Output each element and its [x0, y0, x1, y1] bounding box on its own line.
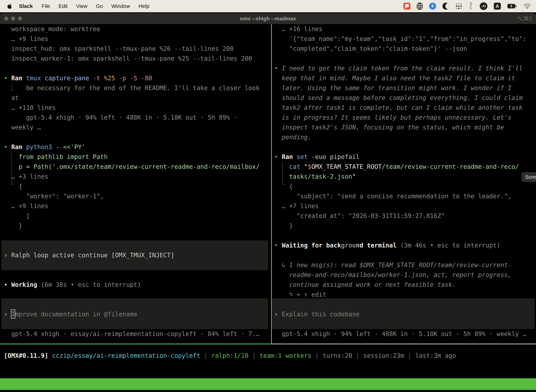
menu-item-file[interactable]: File: [37, 3, 54, 9]
text-run: {: [274, 183, 293, 190]
text-run: later. Using the same for transition mig…: [274, 84, 512, 92]
wifi-icon[interactable]: [523, 3, 531, 9]
text-run: |: [356, 352, 363, 359]
crescent-icon[interactable]: [442, 3, 450, 10]
text-run: |: [252, 352, 259, 359]
terminal-line: {: [272, 182, 536, 191]
terminal-line: '{"team_name":"my-team","task_id":"1","f…: [272, 34, 536, 44]
terminal-line: later. Using the same for transition mig…: [272, 83, 536, 93]
tmux-status-bar: [omx-cczip0:bash* "MacBook-Pro-44.local"…: [0, 378, 536, 390]
terminal-line: › Explain this codebase: [272, 309, 536, 319]
text-run: I need to get the claim token from the c…: [282, 65, 523, 72]
text-run: •: [274, 153, 282, 160]
terminal-line: "created_at": "2026-03-31T11:59:27.816Z": [272, 211, 536, 221]
terminal-line: • I need to get the claim token from the…: [272, 63, 536, 73]
text-run: team:1 workers: [259, 352, 315, 359]
window-shortcut-badge: ⌥⌘1: [517, 13, 532, 24]
terminal-line: › Improve documentation in @filename: [1, 309, 271, 319]
menu-item-help[interactable]: Help: [134, 3, 154, 9]
omx-status-line: [OMX#0.11.9] cczip/essay/ai-reimplementa…: [1, 351, 456, 361]
terminal-line: [272, 250, 536, 260]
text-run: Working: [11, 281, 41, 288]
terminal-line: … +9 lines: [1, 201, 271, 211]
battery-icon[interactable]: [507, 4, 517, 9]
right-terminal-pane[interactable]: … +16 lines '{"team_name":"my-team","tas…: [272, 24, 536, 344]
text-run: … +7 lines: [274, 202, 319, 210]
text-run: gpt-5.4 xhigh · essay/ai-reimplementatio…: [4, 330, 259, 337]
terminal-line: "completed","claim_token":"claim-token"}…: [272, 44, 536, 54]
text-run: turns:20: [322, 352, 356, 359]
text-run: "worker": "worker-1",: [4, 193, 104, 200]
terminal-line: gpt-5.4 xhigh · 94% left · 488K in · 5.1…: [1, 112, 271, 122]
dots-grid-icon[interactable]: [456, 3, 462, 9]
text-run: p = Path('.omx/state/team/review-current…: [4, 163, 259, 170]
shield-grid-icon[interactable]: [417, 3, 423, 10]
window-title-bar[interactable]: omx --xhigh --madmax ⌥⌘1: [0, 13, 536, 24]
menu-app-name[interactable]: Slack: [14, 3, 37, 9]
active-pane-border: [0, 344, 272, 344]
chat-app-icon[interactable]: [403, 3, 411, 10]
text-run: continue assigned work or next feasible …: [274, 281, 456, 288]
text-run: cat: [274, 163, 304, 170]
terminal-line: … +7 lines: [272, 201, 536, 211]
text-run: inspect_hud: omx sparkshell --tmux-pane …: [4, 45, 234, 52]
text-run: inspect task2's JSON, focusing on the st…: [274, 124, 504, 131]
text-run: ›: [4, 311, 11, 318]
pane-divider[interactable]: [271, 24, 272, 344]
blue-bolt-badge-icon[interactable]: [429, 3, 436, 10]
text-run: /team/review-current-readme-and-reco/: [382, 163, 519, 170]
text-run: gpt-5.4 xhigh · 94% left · 488K in · 5.1…: [274, 330, 526, 337]
text-run: n: [356, 242, 360, 249]
menu-item-window[interactable]: Window: [107, 3, 134, 9]
text-run: grou: [341, 242, 356, 249]
terminal-line: [272, 319, 536, 329]
text-run: mprove documentation in @filename: [15, 311, 137, 318]
keyboard-layout-icon[interactable]: A: [494, 3, 501, 10]
apple-menu-icon[interactable]: [6, 3, 14, 9]
terminal-line: workspace_mode: worktree: [1, 24, 271, 34]
terminal-line: cat "$OMX_TEAM_STATE_ROOT/team/review-cu…: [272, 162, 536, 172]
terminal-line: [1, 319, 271, 329]
terminal-line: • Ran set -euo pipefail: [272, 152, 536, 162]
text-run: capture-pane: [45, 75, 93, 82]
terminal-line: gpt-5.4 xhigh · 94% left · 488K in · 5.1…: [272, 329, 536, 339]
macos-menu-bar: Slack File Edit View Go Window Help: [0, 0, 536, 12]
menu-item-view[interactable]: View: [72, 3, 91, 9]
text-run: set: [297, 153, 311, 160]
terminal-line: [1, 63, 271, 73]
terminal-line: [272, 54, 536, 63]
terminal-line: … +9 lines: [1, 34, 271, 44]
terminal-line: be necessary for the end of the README. …: [1, 83, 271, 93]
battery-percent-icon[interactable]: ..61: [480, 2, 488, 10]
text-run: python3: [26, 144, 56, 150]
terminal-line: • Waiting for background terminal (3m 46…: [272, 240, 536, 250]
terminal-line: }: [272, 221, 536, 231]
left-terminal-pane[interactable]: workspace_mode: worktree … +9 lines insp…: [1, 24, 271, 344]
text-run: •: [274, 242, 282, 249]
text-run: "completed","claim_token":"claim-token"}…: [274, 45, 467, 52]
menu-item-go[interactable]: Go: [92, 3, 107, 9]
terminal-line: continue assigned work or next feasible …: [272, 280, 536, 289]
text-run: be necessary for the end of the README. …: [4, 84, 259, 92]
terminal-line: task2 after task1 is complete, but can I…: [272, 103, 536, 112]
text-run: is in progress? It seems likely but perh…: [274, 114, 512, 121]
text-run: Ralph loop active continue [OMX_TMUX_INJ…: [11, 252, 174, 259]
inactive-pane-border: [272, 344, 536, 344]
terminal-line: gpt-5.4 xhigh · essay/ai-reimplementatio…: [1, 329, 271, 339]
terminal-line: ]: [1, 211, 271, 221]
text-run: Waiting for back: [282, 242, 341, 249]
text-run: … +3 lines: [4, 173, 48, 180]
menu-item-edit[interactable]: Edit: [54, 3, 72, 9]
terminal-line: ⌥ + ↑ edit: [272, 289, 536, 299]
text-run: ↳ 1 new msg(s): read $OMX_TEAM_STATE_ROO…: [274, 261, 512, 269]
terminal-line: ↳ 1 new msg(s): read $OMX_TEAM_STATE_ROO…: [272, 260, 536, 270]
text-run: }: [4, 222, 22, 229]
text-run: |: [315, 352, 322, 359]
squiggle-icon[interactable]: [468, 2, 474, 10]
text-run: "created_at": "2026-03-31T11:59:27.816Z": [274, 212, 445, 219]
text-run: gpt-5.4 xhigh · 94% left · 488K in · 5.1…: [4, 114, 237, 121]
text-run: |: [204, 352, 211, 359]
terminal-line: • Working (6m 38s • esc to interrupt): [1, 280, 271, 289]
text-run: at: [4, 94, 19, 101]
text-run: [OMX#0.11.9]: [4, 352, 52, 359]
